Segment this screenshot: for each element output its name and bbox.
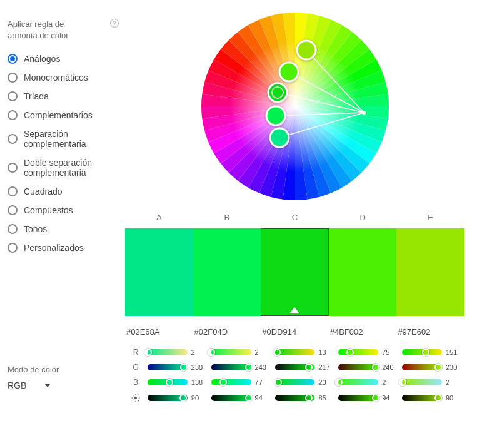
slider-handle[interactable] xyxy=(166,379,173,386)
slider-handle[interactable] xyxy=(245,364,253,371)
g-B-slider[interactable] xyxy=(211,364,251,370)
slider-handle[interactable] xyxy=(274,379,282,386)
bright-C-slider[interactable] xyxy=(275,395,315,401)
harmony-rule-3[interactable]: Complementarios xyxy=(8,110,119,120)
harmony-rule-4[interactable]: Separación complementaria xyxy=(8,129,119,149)
bright-A-value[interactable]: 90 xyxy=(191,394,206,402)
slider-handle[interactable] xyxy=(219,379,227,386)
b-B-value[interactable]: 77 xyxy=(255,379,270,386)
harmony-rule-0[interactable]: Análogos xyxy=(8,54,119,64)
b-C-slider[interactable] xyxy=(275,379,315,385)
bright-D-slider[interactable] xyxy=(338,395,378,401)
hex-value-D[interactable]: #4BF002 xyxy=(329,327,397,337)
slider-handle[interactable] xyxy=(434,394,442,402)
color-mode-select[interactable]: RGB xyxy=(8,380,50,390)
slider-handle[interactable] xyxy=(144,349,152,356)
bright-E-slider[interactable] xyxy=(402,395,442,401)
b-D-value[interactable]: 2 xyxy=(382,379,397,386)
svg-line-15 xyxy=(133,400,133,401)
slider-handle[interactable] xyxy=(305,394,313,402)
b-E-slider[interactable] xyxy=(402,379,442,385)
hex-value-C[interactable]: #0DD914 xyxy=(261,327,329,337)
r-D-value[interactable]: 75 xyxy=(382,349,397,356)
hex-value-B[interactable]: #02F04D xyxy=(193,327,261,337)
wheel-handle-0[interactable] xyxy=(270,128,289,147)
bright-B-value[interactable]: 94 xyxy=(255,394,270,402)
slider-handle[interactable] xyxy=(346,349,354,356)
slider-handle[interactable] xyxy=(305,364,313,371)
slider-handle[interactable] xyxy=(372,394,379,402)
bright-C-value[interactable]: 85 xyxy=(318,394,333,402)
hex-value-E[interactable]: #97E602 xyxy=(396,327,464,337)
radio-icon xyxy=(8,134,18,144)
b-D-slider[interactable] xyxy=(338,379,378,385)
wheel-handle-1[interactable] xyxy=(266,106,285,125)
r-E-value[interactable]: 151 xyxy=(446,349,461,356)
slider-handle[interactable] xyxy=(180,364,188,371)
swatch-A[interactable] xyxy=(125,228,193,316)
b-A-value[interactable]: 138 xyxy=(191,379,206,386)
bright-A-slider[interactable] xyxy=(148,395,188,401)
r-B-slider[interactable] xyxy=(211,349,251,355)
r-A-value[interactable]: 2 xyxy=(191,349,206,356)
r-B-value[interactable]: 2 xyxy=(255,349,270,356)
b-B: 77 xyxy=(210,379,274,386)
slider-handle[interactable] xyxy=(372,364,379,371)
bright-B-slider[interactable] xyxy=(211,395,251,401)
g-E-slider[interactable] xyxy=(402,364,442,370)
hex-value-A[interactable]: #02E68A xyxy=(125,327,193,337)
harmony-rule-6[interactable]: Cuadrado xyxy=(8,186,119,196)
slider-handle[interactable] xyxy=(399,379,406,386)
swatch-D[interactable] xyxy=(329,228,397,316)
b-B-slider[interactable] xyxy=(211,379,251,385)
channel-grid: R221375151G230240217240230B1387720229094… xyxy=(125,348,464,403)
r-A-slider[interactable] xyxy=(148,349,188,355)
r-E-slider[interactable] xyxy=(402,349,442,355)
slider-handle[interactable] xyxy=(335,379,343,386)
b-A: 138 xyxy=(146,379,210,386)
g-D-value[interactable]: 240 xyxy=(382,364,397,371)
swatch-E[interactable] xyxy=(396,228,464,316)
b-E-value[interactable]: 2 xyxy=(446,379,461,386)
slider-handle[interactable] xyxy=(245,394,253,402)
bright-A: 90 xyxy=(146,394,210,402)
b-A-slider[interactable] xyxy=(148,379,188,385)
slider-handle[interactable] xyxy=(422,349,429,356)
help-icon[interactable]: ? xyxy=(110,19,119,28)
harmony-rule-5[interactable]: Doble separación complementaria xyxy=(8,158,119,178)
r-D-slider[interactable] xyxy=(338,349,378,355)
g-B: 240 xyxy=(210,364,274,371)
r-C-value[interactable]: 13 xyxy=(318,349,333,356)
g-A-value[interactable]: 230 xyxy=(191,364,206,371)
harmony-rule-9[interactable]: Personalizados xyxy=(8,243,119,253)
bright-D-value[interactable]: 94 xyxy=(382,394,397,402)
g-B-value[interactable]: 240 xyxy=(255,364,270,371)
swatch-C[interactable] xyxy=(261,228,329,316)
slider-handle[interactable] xyxy=(273,349,281,356)
slider-handle[interactable] xyxy=(208,349,215,356)
channel-label-G: G xyxy=(125,363,146,372)
wheel-handle-3[interactable] xyxy=(279,63,298,81)
slider-handle[interactable] xyxy=(179,394,187,402)
harmony-rule-7[interactable]: Compuestos xyxy=(8,205,119,215)
color-wheel[interactable] xyxy=(201,13,389,200)
harmony-rule-8[interactable]: Tonos xyxy=(8,224,119,234)
b-C: 20 xyxy=(274,379,338,386)
g-C-value[interactable]: 217 xyxy=(318,364,333,371)
bright-E-value[interactable]: 90 xyxy=(446,394,461,402)
g-C: 217 xyxy=(274,364,338,371)
radio-icon xyxy=(8,224,18,234)
g-A-slider[interactable] xyxy=(148,364,188,370)
slider-handle[interactable] xyxy=(434,364,442,371)
b-C-value[interactable]: 20 xyxy=(318,379,333,386)
harmony-rule-2[interactable]: Tríada xyxy=(8,91,119,101)
r-C-slider[interactable] xyxy=(275,349,315,355)
g-D-slider[interactable] xyxy=(338,364,378,370)
swatch-letter-B: B xyxy=(193,213,261,222)
wheel-handle-4[interactable] xyxy=(297,41,316,59)
wheel-handle-2[interactable] xyxy=(268,83,287,102)
swatch-B[interactable] xyxy=(193,228,261,316)
harmony-rule-1[interactable]: Monocromáticos xyxy=(8,73,119,83)
g-E-value[interactable]: 230 xyxy=(446,364,461,371)
g-C-slider[interactable] xyxy=(275,364,315,370)
